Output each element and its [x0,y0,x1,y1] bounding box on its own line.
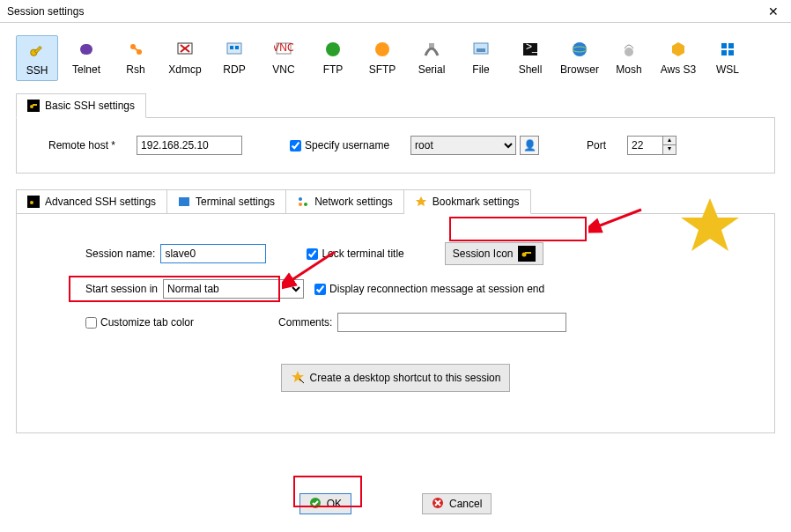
proto-mosh[interactable]: Mosh [608,35,650,81]
proto-label: SFTP [369,63,396,76]
proto-label: SSH [26,64,48,77]
session-icon-label: Session Icon [453,248,514,260]
titlebar: Session settings ✕ [0,0,791,23]
spin-down-icon[interactable]: ▾ [663,145,676,154]
lock-title-checkbox[interactable]: Lock terminal title [307,248,403,260]
ok-button[interactable]: OK [299,493,351,514]
proto-ssh[interactable]: SSH [16,35,58,81]
proto-aws-s3[interactable]: Aws S3 [657,35,699,81]
session-icon-button[interactable]: Session Icon [445,242,544,265]
proto-label: Rsh [126,63,144,76]
svg-line-5 [133,47,139,52]
svg-text:>_: >_ [526,41,538,53]
svg-point-13 [375,42,389,56]
network-icon [297,196,309,208]
proto-file[interactable]: File [460,35,502,81]
ok-label: OK [327,498,342,510]
svg-text:VNC: VNC [274,41,293,54]
tab-terminal-settings[interactable]: Terminal settings [167,189,286,214]
close-icon[interactable]: ✕ [763,4,784,18]
svg-point-34 [304,203,307,206]
tab-basic-ssh[interactable]: Basic SSH settings [16,93,146,118]
comments-label: Comments: [278,316,332,329]
proto-serial[interactable]: Serial [410,35,453,81]
start-session-select[interactable]: Normal tab [163,279,304,299]
svg-marker-36 [416,196,426,206]
proto-sftp[interactable]: SFTP [361,35,403,81]
svg-rect-24 [728,43,734,48]
proto-label: FTP [323,63,344,76]
proto-label: Serial [418,63,446,76]
proto-label: Telnet [72,63,100,76]
customize-tab-color-label: Customize tab color [100,316,194,329]
telnet-icon [76,39,97,60]
proto-rdp[interactable]: RDP [213,35,255,81]
key-icon [27,100,40,112]
mosh-icon [618,39,639,60]
proto-browser[interactable]: Browser [558,35,601,81]
proto-label: Xdmcp [168,63,201,76]
display-reconnection-label: Display reconnection message at session … [329,283,544,295]
ftp-icon [322,39,344,60]
proto-shell[interactable]: >_ Shell [509,35,551,81]
session-name-label: Session name: [85,248,155,260]
proto-label: Shell [519,63,543,76]
proto-xdmcp[interactable]: Xdmcp [164,35,206,81]
svg-point-31 [30,201,33,204]
proto-vnc[interactable]: VNC VNC [262,35,305,81]
rdp-icon [224,39,245,60]
display-reconnection-checkbox[interactable]: Display reconnection message at session … [314,283,544,295]
remote-host-input[interactable] [137,136,242,155]
port-label: Port [587,139,606,151]
port-input[interactable] [627,136,662,155]
svg-rect-7 [227,43,241,54]
proto-wsl[interactable]: WSL [706,35,749,81]
vnc-icon: VNC [273,39,294,60]
tab-label: Terminal settings [196,196,275,208]
key-icon [26,40,48,61]
proto-label: Browser [560,63,599,76]
svg-rect-9 [235,46,239,49]
proto-label: RDP [223,63,245,76]
basic-section: Basic SSH settings Remote host * Specify… [16,93,775,174]
tab-advanced-ssh[interactable]: Advanced SSH settings [16,189,167,214]
tab-network-settings[interactable]: Network settings [286,189,404,214]
create-shortcut-button[interactable]: Create a desktop shortcut to this sessio… [281,364,511,392]
protocol-toolbar: SSH Telnet Rsh Xdmcp RDP VNC VNC FTP SFT… [0,23,791,86]
check-icon [309,497,322,512]
svg-point-35 [299,203,302,206]
remote-host-label: Remote host * [48,139,115,151]
browser-icon [569,39,590,60]
proto-label: Mosh [616,63,641,76]
port-spinner[interactable]: ▴▾ [627,136,676,155]
star-cursor-icon [291,370,305,387]
svg-rect-30 [27,196,40,208]
svg-rect-26 [728,50,734,55]
svg-point-33 [299,197,302,201]
session-name-input[interactable] [160,244,266,263]
key-icon [518,246,536,262]
svg-rect-23 [721,43,727,48]
svg-marker-39 [292,371,304,382]
sub-section: Advanced SSH settings Terminal settings … [16,189,775,433]
dialog-buttons: OK Cancel [0,493,791,514]
proto-rsh[interactable]: Rsh [115,35,157,81]
username-select[interactable]: root [410,136,516,155]
cancel-button[interactable]: Cancel [422,493,492,514]
customize-tab-color-checkbox[interactable]: Customize tab color [85,316,194,329]
window-title: Session settings [7,5,84,18]
tab-bookmark-settings[interactable]: Bookmark settings [404,189,531,214]
star-decoration-icon [679,195,741,256]
svg-marker-40 [681,198,739,251]
svg-rect-8 [230,46,233,49]
rsh-icon [125,39,146,60]
comments-input[interactable] [337,313,566,332]
file-icon [470,39,492,60]
specify-username-checkbox[interactable]: Specify username [290,139,389,151]
aws-icon [668,39,689,60]
proto-ftp[interactable]: FTP [312,35,354,81]
proto-telnet[interactable]: Telnet [65,35,107,81]
svg-point-19 [573,42,587,56]
manage-users-button[interactable]: 👤 [520,136,539,155]
svg-point-12 [326,42,340,56]
